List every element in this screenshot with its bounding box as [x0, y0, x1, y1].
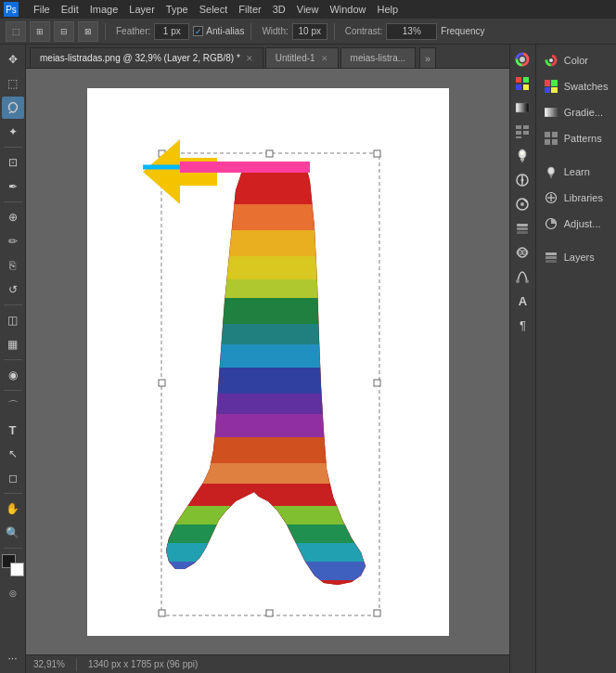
- svg-rect-42: [523, 125, 529, 129]
- shape-tool[interactable]: ◻: [2, 467, 24, 489]
- feather-input[interactable]: [154, 23, 189, 40]
- antialias-checkbox[interactable]: ✓: [193, 26, 203, 36]
- opt-sep-3: [334, 23, 335, 40]
- menu-edit[interactable]: Edit: [61, 4, 79, 15]
- menu-image[interactable]: Image: [90, 4, 119, 15]
- tab-overflow-btn[interactable]: »: [419, 47, 436, 68]
- patterns-panel-icon-btn[interactable]: [511, 121, 533, 143]
- menu-view[interactable]: View: [297, 4, 319, 15]
- quick-mask-btn[interactable]: ◎: [2, 582, 24, 604]
- svg-rect-9: [161, 279, 384, 298]
- menu-window[interactable]: Window: [329, 4, 366, 15]
- color-swatches[interactable]: [2, 554, 24, 576]
- new-selection-btn[interactable]: ⬚: [6, 21, 26, 42]
- intersect-selection-btn[interactable]: ⊠: [78, 21, 98, 42]
- menu-select[interactable]: Select: [199, 4, 228, 15]
- add-selection-btn[interactable]: ⊞: [30, 21, 50, 42]
- hand-tool[interactable]: ✋: [2, 498, 24, 520]
- tab-meias-active[interactable]: meias-listradas.png @ 32,9% (Layer 2, RG…: [30, 47, 263, 68]
- background-color[interactable]: [10, 563, 24, 576]
- gradient-tool[interactable]: ▦: [2, 333, 24, 356]
- color-panel-item[interactable]: Color: [540, 48, 612, 72]
- path-select-tool[interactable]: ↖: [2, 443, 24, 465]
- pen-tool[interactable]: ⌒: [2, 395, 24, 417]
- width-input[interactable]: [292, 23, 327, 40]
- subtract-selection-btn[interactable]: ⊟: [54, 21, 74, 42]
- paths-icon-btn[interactable]: [511, 265, 533, 288]
- menu-layer[interactable]: Layer: [129, 4, 155, 15]
- adjustments-panel-item[interactable]: Adjust...: [540, 212, 612, 236]
- adjustments-circle-icon: [545, 217, 558, 230]
- svg-rect-19: [161, 506, 384, 524]
- menu-3d[interactable]: 3D: [273, 4, 286, 15]
- svg-point-60: [517, 250, 522, 255]
- patterns-icon-wrap: [543, 130, 559, 147]
- gradients-panel-icon-btn[interactable]: [511, 97, 533, 119]
- swatches-panel-item[interactable]: Swatches: [540, 74, 612, 98]
- svg-rect-12: [161, 344, 384, 368]
- gradients-icon: [543, 104, 559, 121]
- zoom-tool[interactable]: 🔍: [2, 522, 24, 544]
- svg-rect-69: [552, 132, 558, 137]
- channels-icon: [515, 245, 530, 260]
- eraser-tool[interactable]: ◫: [2, 309, 24, 331]
- tab-close-1[interactable]: ✕: [246, 54, 253, 63]
- lightbulb-icon: [515, 149, 530, 163]
- adjustments-panel-icon-btn[interactable]: [511, 193, 533, 215]
- antialias-checkmark: ✓: [195, 27, 202, 36]
- canvas-area[interactable]: [26, 69, 509, 654]
- crop-tool[interactable]: ⊡: [2, 151, 24, 174]
- frequency-label: Frequency: [441, 26, 484, 36]
- channels-icon-btn[interactable]: [511, 241, 533, 264]
- contrast-input[interactable]: [386, 23, 437, 40]
- gradient-icon: [515, 100, 530, 115]
- learn-panel-icon-btn[interactable]: [511, 145, 533, 167]
- svg-rect-56: [517, 224, 528, 226]
- tab-label-3: meias-listra...: [351, 53, 405, 63]
- color-wheel-icon: [515, 52, 530, 67]
- tab-untitled[interactable]: Untitled-1 ✕: [265, 47, 339, 68]
- menu-file[interactable]: File: [33, 4, 50, 15]
- type-panel-icon-btn[interactable]: A: [511, 290, 533, 312]
- patterns-icon: [515, 124, 530, 139]
- tab-close-2[interactable]: ✕: [321, 54, 328, 63]
- magic-wand-tool[interactable]: ✦: [2, 121, 24, 143]
- svg-point-61: [522, 250, 528, 255]
- more-tools-btn[interactable]: ···: [2, 647, 24, 669]
- svg-rect-57: [517, 227, 528, 230]
- layers-panel-item[interactable]: Layers: [540, 245, 612, 269]
- brush-tool[interactable]: ✏: [2, 230, 24, 252]
- learn-panel-item[interactable]: Learn: [540, 160, 612, 184]
- swatches-icon: [543, 78, 559, 95]
- tab-label-1: meias-listradas.png @ 32,9% (Layer 2, RG…: [40, 53, 240, 63]
- svg-rect-79: [545, 252, 557, 255]
- svg-point-35: [520, 57, 525, 62]
- paragraph-panel-icon-btn[interactable]: ¶: [511, 314, 533, 336]
- clone-tool[interactable]: ⎘: [2, 254, 24, 277]
- layers-panel-icon-btn[interactable]: [511, 217, 533, 239]
- text-tool[interactable]: T: [2, 419, 24, 441]
- move-tool[interactable]: ✥: [2, 48, 24, 71]
- eyedropper-tool[interactable]: ✒: [2, 175, 24, 198]
- svg-rect-80: [545, 256, 557, 259]
- opt-sep-1: [105, 23, 106, 40]
- swatches-panel-icon-btn[interactable]: [511, 72, 533, 95]
- menu-filter[interactable]: Filter: [238, 4, 261, 15]
- dodge-tool[interactable]: ◉: [2, 364, 24, 386]
- zoom-level: 32,91%: [33, 659, 65, 669]
- tool-sep-7: [4, 548, 22, 549]
- healing-tool[interactable]: ⊕: [2, 206, 24, 228]
- svg-rect-74: [550, 176, 552, 178]
- color-panel-icon-btn[interactable]: [511, 48, 533, 71]
- menu-type[interactable]: Type: [166, 4, 188, 15]
- gradients-panel-item[interactable]: Gradie...: [540, 100, 612, 124]
- history-brush-tool[interactable]: ↺: [2, 278, 24, 301]
- tab-meias-2[interactable]: meias-listra...: [340, 47, 416, 68]
- patterns-panel-item[interactable]: Patterns: [540, 126, 612, 150]
- menu-help[interactable]: Help: [378, 4, 399, 15]
- layers-icon-wrap: [543, 249, 559, 265]
- libraries-panel-icon-btn[interactable]: [511, 169, 533, 191]
- libraries-panel-item[interactable]: Libraries: [540, 186, 612, 210]
- lasso-tool[interactable]: [2, 97, 24, 119]
- marquee-tool[interactable]: ⬚: [2, 72, 24, 95]
